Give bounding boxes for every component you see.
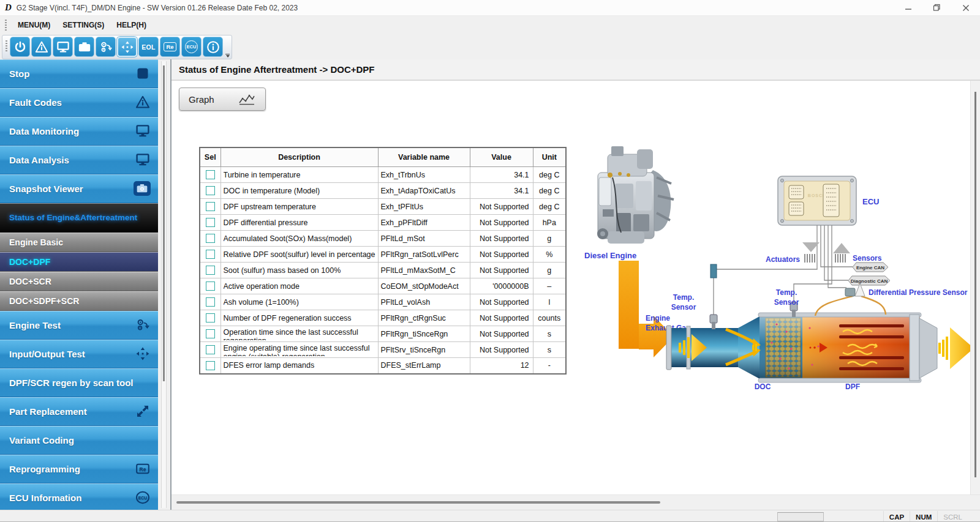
svg-text:Sensor: Sensor	[774, 298, 799, 307]
table-row[interactable]: Operation time since the last successful…	[200, 326, 566, 342]
toolbar-buttons: EOL Re ECU	[2, 35, 232, 59]
toolbar-button[interactable]	[74, 37, 94, 57]
toolbar-overflow-button[interactable]	[225, 54, 230, 58]
monitor-icon	[135, 123, 151, 139]
num-lock-indicator: NUM	[910, 511, 937, 522]
sidebar-item[interactable]: Input/Output Test	[0, 340, 158, 368]
row-checkbox[interactable]	[206, 313, 215, 323]
row-unit: g	[533, 231, 566, 247]
engine-test-icon	[99, 40, 113, 54]
info-icon	[206, 40, 220, 54]
sidebar-item[interactable]: DOC+SDPF+SCR	[0, 291, 158, 311]
row-description: Number of DPF regeneration success	[224, 312, 375, 324]
toolbar-button[interactable]	[203, 37, 223, 57]
row-variable-name: Exh_pPFltDiff	[378, 215, 470, 231]
doc-label: DOC	[755, 382, 771, 391]
toolbar-button[interactable]: Re	[160, 37, 180, 57]
window-controls	[894, 0, 980, 15]
sidebar-item[interactable]: Data Analysis	[0, 146, 158, 174]
vertical-scrollbar-thumb[interactable]	[974, 92, 976, 477]
toolbar-button[interactable]	[31, 37, 51, 57]
scroll-lock-indicator: SCRL	[937, 511, 968, 522]
table-row[interactable]: DFES error lamp demands DFES_stErrLamp 1…	[200, 358, 566, 374]
table-row[interactable]: Accumulated Soot(SOx) Mass(model) PFltLd…	[200, 231, 566, 247]
vertical-scrollbar	[970, 81, 980, 494]
diagnostic-can-label: Diagnostic CAN	[851, 278, 888, 284]
sidebar-item[interactable]: Engine Basic	[0, 233, 158, 252]
column-header-variable: Variable name	[378, 147, 470, 167]
sidebar-item[interactable]: DOC+DPF	[0, 252, 158, 272]
table-row[interactable]: Turbine in temperature Exh_tTrbnUs 34.1 …	[200, 167, 566, 183]
sensors-hatch	[835, 254, 845, 263]
toolbar-button[interactable]	[53, 37, 73, 57]
engine-image	[597, 146, 674, 244]
row-checkbox[interactable]	[206, 186, 215, 195]
toolbar-grip[interactable]	[6, 40, 7, 51]
table-row[interactable]: Number of DPF regeneration success PFltR…	[200, 310, 566, 326]
table-row[interactable]: DPF upstream temperature Exh_tPFltUs Not…	[200, 199, 566, 215]
row-checkbox[interactable]	[206, 266, 215, 275]
content-panel: Status of Engine Aftertreatment -> DOC+D…	[170, 59, 980, 510]
sidebar-item[interactable]: Part Replacement	[0, 397, 158, 426]
restore-button[interactable]	[922, 0, 951, 15]
horizontal-scrollbar-thumb[interactable]	[176, 501, 660, 504]
sidebar-item[interactable]: DPF/SCR regen by scan tool	[0, 368, 158, 397]
row-description: Ash volume (1=100%)	[224, 296, 375, 308]
toolbar-button-label: Re	[164, 42, 176, 51]
sidebar-item[interactable]: Data Monitoring	[0, 117, 158, 146]
toolbar-button[interactable]	[117, 37, 137, 57]
sidebar-item[interactable]: Status of Engine&Aftertreatment	[0, 203, 158, 233]
row-checkbox[interactable]	[206, 329, 215, 338]
toolbar-button[interactable]	[10, 37, 30, 57]
table-row[interactable]: Ash volume (1=100%) PFltLd_volAsh Not Su…	[200, 294, 566, 310]
sidebar-item-label: ECU Information	[9, 493, 81, 503]
table-row[interactable]: Engine operating time since last success…	[200, 342, 566, 358]
power-icon	[13, 40, 27, 54]
row-value: Not Supported	[470, 247, 533, 263]
sidebar-item[interactable]: ECU Information ECU	[0, 483, 158, 510]
table-row[interactable]: Active operation mode CoEOM_stOpModeAct …	[200, 278, 566, 294]
table-header-row: Sel Description Variable name Value Unit	[200, 147, 566, 167]
toolbar-button[interactable]: ECU	[181, 37, 202, 57]
engine-test-icon	[135, 317, 151, 333]
toolbar: EOL Re ECU	[0, 34, 980, 59]
column-header-unit: Unit	[533, 147, 566, 167]
camera-icon	[134, 181, 151, 196]
table-row[interactable]: DPF differential pressure Exh_pPFltDiff …	[200, 215, 566, 231]
sidebar-item-label: Data Analysis	[9, 155, 69, 165]
menu-item[interactable]: HELP(H)	[110, 18, 153, 32]
menu-item[interactable]: MENU(M)	[12, 18, 56, 32]
table-row[interactable]: Relative DPF soot(sulfur) level in perce…	[200, 247, 566, 263]
toolbar-button[interactable]: EOL	[138, 37, 159, 57]
menu-item[interactable]: SETTING(S)	[56, 18, 110, 32]
graph-button[interactable]: Graph	[179, 88, 266, 111]
row-checkbox[interactable]	[206, 250, 215, 259]
sidebar-item[interactable]: Engine Test	[0, 311, 158, 340]
row-checkbox[interactable]	[206, 170, 215, 179]
close-button[interactable]	[951, 0, 980, 15]
menubar-grip[interactable]	[5, 20, 7, 31]
sidebar-item-label: Fault Codes	[9, 97, 62, 108]
sidebar-item[interactable]: DOC+SCR	[0, 272, 158, 291]
row-unit: -	[533, 358, 566, 374]
row-checkbox[interactable]	[206, 297, 215, 307]
row-checkbox[interactable]	[206, 345, 215, 354]
minimize-button[interactable]	[894, 0, 922, 15]
table-row[interactable]: Soot (sulfur) mass based on 100% PFltLd_…	[200, 263, 566, 278]
sidebar-item[interactable]: Stop	[0, 59, 158, 88]
row-checkbox[interactable]	[206, 218, 215, 227]
row-checkbox[interactable]	[206, 361, 215, 370]
sidebar-item[interactable]: Variant Coding	[0, 426, 158, 455]
toolbar-button[interactable]	[96, 37, 116, 57]
table-row[interactable]: DOC in temperature (Model) Exh_tAdapTOxi…	[200, 183, 566, 199]
row-unit: deg C	[533, 199, 566, 215]
row-checkbox[interactable]	[206, 202, 215, 211]
sidebar-item[interactable]: Snapshot Viewer	[0, 174, 158, 203]
sidebar-item-label: Engine Test	[9, 320, 61, 330]
row-checkbox[interactable]	[206, 234, 215, 243]
sidebar-item[interactable]: Reprogramming Re	[0, 455, 158, 483]
row-variable-name: PFltLd_mMaxSotM_C	[378, 263, 470, 278]
sidebar-scrollbar-thumb[interactable]	[163, 65, 165, 381]
row-checkbox[interactable]	[206, 282, 215, 291]
sidebar-item[interactable]: Fault Codes	[0, 88, 158, 117]
